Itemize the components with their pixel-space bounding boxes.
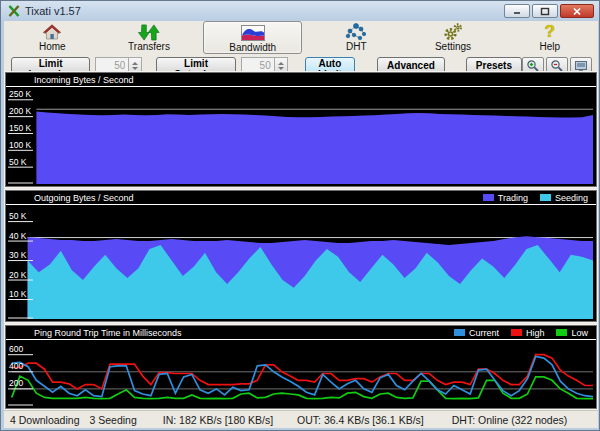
y-axis-tick-label: 200 K bbox=[9, 106, 32, 116]
legend-item-current: Current bbox=[454, 328, 499, 338]
window-body: Home Transfers bbox=[4, 21, 598, 428]
low-legend-label: Low bbox=[571, 328, 588, 338]
tab-home-label: Home bbox=[39, 41, 66, 52]
ping-chart-panel: Ping Round Trip Time in Milliseconds Cur… bbox=[5, 325, 597, 409]
legend-item-low: Low bbox=[556, 328, 588, 338]
y-axis-tick-label: 50 K bbox=[9, 157, 27, 167]
tab-settings-label: Settings bbox=[435, 41, 471, 52]
high-legend-label: High bbox=[526, 328, 545, 338]
y-axis-tick-label: 250 K bbox=[9, 89, 32, 99]
ping-chart-legend: Current High Low bbox=[454, 328, 588, 338]
y-axis-tick-label: 400 bbox=[9, 361, 23, 371]
tixati-window: Tixati v1.57 bbox=[0, 0, 600, 431]
main-toolbar: Home Transfers bbox=[4, 21, 598, 54]
display-options-icon bbox=[574, 59, 588, 73]
chart-canvas: 600400200 bbox=[7, 341, 595, 406]
close-icon bbox=[572, 7, 582, 16]
y-axis-tick-label: 30 K bbox=[9, 250, 27, 260]
status-in-rate: IN: 182 KB/s [180 KB/s] bbox=[163, 414, 273, 426]
tab-bandwidth[interactable]: Bandwidth bbox=[203, 21, 302, 54]
incoming-chart-plot: 250 K200 K150 K100 K50 K bbox=[7, 88, 595, 184]
status-downloading: 4 Downloading bbox=[10, 414, 79, 426]
titlebar[interactable]: Tixati v1.57 bbox=[1, 1, 599, 21]
transfers-arrows-icon bbox=[138, 23, 160, 41]
home-icon bbox=[42, 23, 62, 41]
status-seeding: 3 Seeding bbox=[89, 414, 136, 426]
spin-down-icon bbox=[132, 67, 138, 70]
minimize-button[interactable] bbox=[504, 4, 530, 18]
low-swatch-icon bbox=[556, 329, 567, 336]
y-axis-tick-label: 40 K bbox=[9, 231, 27, 241]
window-title: Tixati v1.57 bbox=[25, 5, 504, 17]
y-axis-tick-label: 100 K bbox=[9, 140, 32, 150]
trading-swatch-icon bbox=[483, 194, 494, 201]
spin-up-icon bbox=[278, 62, 284, 65]
y-axis-tick-label: 600 bbox=[9, 344, 23, 354]
help-question-icon: ? bbox=[545, 23, 555, 41]
ping-chart-plot: 600400200 bbox=[7, 341, 595, 406]
tab-home[interactable]: Home bbox=[4, 21, 101, 54]
zoom-out-magnifier-icon bbox=[550, 59, 564, 73]
settings-gears-icon bbox=[442, 23, 464, 41]
maximize-button[interactable] bbox=[532, 4, 558, 18]
tab-transfers-label: Transfers bbox=[128, 41, 170, 52]
minimize-icon bbox=[512, 7, 522, 15]
y-axis-tick-label: 200 bbox=[9, 378, 23, 388]
outgoing-chart-title: Outgoing Bytes / Second bbox=[34, 193, 134, 203]
current-swatch-icon bbox=[454, 329, 465, 336]
tab-bandwidth-label: Bandwidth bbox=[229, 42, 276, 53]
incoming-chart-header: Incoming Bytes / Second bbox=[6, 73, 596, 87]
tab-dht-label: DHT bbox=[346, 41, 367, 52]
outgoing-chart-panel: Outgoing Bytes / Second Trading Seeding … bbox=[5, 190, 597, 322]
chart-canvas: 50 K40 K30 K20 K10 K bbox=[7, 206, 595, 319]
ping-chart-title: Ping Round Trip Time in Milliseconds bbox=[34, 328, 182, 338]
incoming-chart-title: Incoming Bytes / Second bbox=[34, 75, 134, 85]
spin-down-icon bbox=[278, 67, 284, 70]
status-bar: 4 Downloading 3 Seeding IN: 182 KB/s [18… bbox=[4, 410, 598, 428]
y-axis-tick-label: 20 K bbox=[9, 270, 27, 280]
tab-transfers[interactable]: Transfers bbox=[101, 21, 198, 54]
tab-settings[interactable]: Settings bbox=[405, 21, 502, 54]
legend-item-seeding: Seeding bbox=[540, 193, 588, 203]
tab-dht[interactable]: DHT bbox=[308, 21, 405, 54]
incoming-chart-panel: Incoming Bytes / Second 250 K200 K150 K1… bbox=[5, 72, 597, 187]
zoom-in-magnifier-icon bbox=[526, 59, 540, 73]
status-dht: DHT: Online (322 nodes) bbox=[452, 414, 568, 426]
seeding-legend-label: Seeding bbox=[555, 193, 588, 203]
current-legend-label: Current bbox=[469, 328, 499, 338]
dht-network-icon bbox=[345, 23, 367, 41]
y-axis-tick-label: 50 K bbox=[9, 211, 27, 221]
legend-item-trading: Trading bbox=[483, 193, 528, 203]
tab-help-label: Help bbox=[539, 41, 560, 52]
ping-chart-header: Ping Round Trip Time in Milliseconds Cur… bbox=[6, 326, 596, 340]
y-axis-tick-label: 150 K bbox=[9, 123, 32, 133]
outgoing-chart-plot: 50 K40 K30 K20 K10 K bbox=[7, 206, 595, 319]
y-axis-tick-label: 10 K bbox=[9, 289, 27, 299]
status-out-rate: OUT: 36.4 KB/s [36.1 KB/s] bbox=[297, 414, 424, 426]
trading-legend-label: Trading bbox=[498, 193, 528, 203]
maximize-icon bbox=[540, 7, 550, 16]
bandwidth-graph-icon bbox=[241, 24, 265, 42]
tab-help[interactable]: ? Help bbox=[501, 21, 598, 54]
outgoing-chart-header: Outgoing Bytes / Second Trading Seeding bbox=[6, 191, 596, 205]
spin-up-icon bbox=[132, 62, 138, 65]
chart-canvas: 250 K200 K150 K100 K50 K bbox=[7, 88, 595, 184]
legend-item-high: High bbox=[511, 328, 545, 338]
seeding-swatch-icon bbox=[540, 194, 551, 201]
high-swatch-icon bbox=[511, 329, 522, 336]
close-button[interactable] bbox=[560, 4, 594, 18]
window-controls bbox=[504, 4, 594, 18]
tixati-logo-icon bbox=[7, 4, 21, 18]
outgoing-chart-legend: Trading Seeding bbox=[483, 193, 588, 203]
